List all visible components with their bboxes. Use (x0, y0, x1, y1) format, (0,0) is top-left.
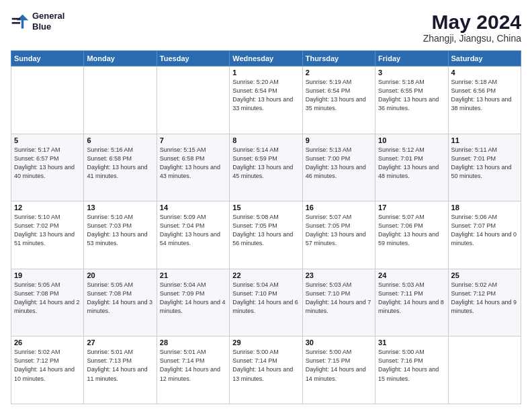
day-number: 20 (87, 271, 153, 279)
svg-rect-3 (12, 21, 20, 24)
calendar-cell: 4Sunrise: 5:18 AM Sunset: 6:56 PM Daylig… (448, 66, 521, 134)
col-header-monday: Monday (84, 51, 157, 66)
day-number: 15 (232, 203, 299, 212)
calendar-cell: 12Sunrise: 5:10 AM Sunset: 7:02 PM Dayli… (11, 201, 84, 269)
calendar-cell: 31Sunrise: 5:00 AM Sunset: 7:16 PM Dayli… (375, 336, 448, 404)
main-title: May 2024 (423, 11, 521, 33)
day-info: Sunrise: 5:04 AM Sunset: 7:10 PM Dayligh… (232, 281, 299, 316)
day-info: Sunrise: 5:10 AM Sunset: 7:02 PM Dayligh… (14, 213, 81, 248)
day-number: 28 (160, 338, 226, 347)
day-number: 10 (378, 136, 445, 144)
calendar-cell: 3Sunrise: 5:18 AM Sunset: 6:55 PM Daylig… (375, 66, 448, 134)
title-block: May 2024 Zhangji, Jiangsu, China (423, 11, 521, 44)
day-info: Sunrise: 5:17 AM Sunset: 6:57 PM Dayligh… (14, 146, 81, 181)
calendar-week-3: 19Sunrise: 5:05 AM Sunset: 7:08 PM Dayli… (11, 269, 521, 336)
day-number: 3 (378, 68, 445, 77)
calendar-cell (157, 66, 229, 134)
day-info: Sunrise: 5:14 AM Sunset: 6:59 PM Dayligh… (232, 146, 299, 181)
col-header-saturday: Saturday (448, 51, 521, 66)
calendar-cell: 2Sunrise: 5:19 AM Sunset: 6:54 PM Daylig… (302, 66, 375, 134)
day-info: Sunrise: 5:08 AM Sunset: 7:05 PM Dayligh… (232, 213, 299, 248)
day-info: Sunrise: 5:10 AM Sunset: 7:03 PM Dayligh… (87, 213, 153, 248)
day-number: 22 (232, 271, 299, 279)
day-info: Sunrise: 5:00 AM Sunset: 7:14 PM Dayligh… (232, 348, 299, 383)
calendar-cell: 29Sunrise: 5:00 AM Sunset: 7:14 PM Dayli… (230, 336, 302, 404)
calendar-cell: 22Sunrise: 5:04 AM Sunset: 7:10 PM Dayli… (230, 269, 302, 336)
calendar-cell: 18Sunrise: 5:06 AM Sunset: 7:07 PM Dayli… (448, 201, 521, 269)
col-header-wednesday: Wednesday (230, 51, 302, 66)
day-info: Sunrise: 5:07 AM Sunset: 7:06 PM Dayligh… (378, 213, 445, 248)
calendar-cell (84, 66, 157, 134)
calendar-cell: 25Sunrise: 5:02 AM Sunset: 7:12 PM Dayli… (448, 269, 521, 336)
day-number: 13 (87, 203, 153, 212)
calendar-week-1: 5Sunrise: 5:17 AM Sunset: 6:57 PM Daylig… (11, 134, 521, 201)
day-number: 1 (232, 68, 299, 77)
day-number: 11 (451, 136, 518, 144)
logo-line2: Blue (32, 21, 64, 32)
day-number: 7 (160, 136, 226, 144)
day-info: Sunrise: 5:06 AM Sunset: 7:07 PM Dayligh… (451, 213, 518, 248)
calendar-cell: 7Sunrise: 5:15 AM Sunset: 6:58 PM Daylig… (157, 134, 229, 201)
calendar-cell: 13Sunrise: 5:10 AM Sunset: 7:03 PM Dayli… (84, 201, 157, 269)
calendar-cell: 5Sunrise: 5:17 AM Sunset: 6:57 PM Daylig… (11, 134, 84, 201)
header: General Blue May 2024 Zhangji, Jiangsu, … (11, 11, 521, 44)
day-number: 14 (160, 203, 226, 212)
calendar-week-4: 26Sunrise: 5:02 AM Sunset: 7:12 PM Dayli… (11, 336, 521, 404)
day-number: 29 (232, 338, 299, 347)
day-info: Sunrise: 5:01 AM Sunset: 7:14 PM Dayligh… (160, 348, 226, 383)
day-number: 12 (14, 203, 81, 212)
subtitle: Zhangji, Jiangsu, China (423, 33, 521, 44)
day-info: Sunrise: 5:12 AM Sunset: 7:01 PM Dayligh… (378, 146, 445, 181)
day-number: 30 (306, 338, 372, 347)
page: General Blue May 2024 Zhangji, Jiangsu, … (0, 0, 532, 411)
day-number: 19 (14, 271, 81, 279)
day-info: Sunrise: 5:02 AM Sunset: 7:12 PM Dayligh… (451, 281, 518, 316)
day-info: Sunrise: 5:03 AM Sunset: 7:10 PM Dayligh… (306, 281, 372, 316)
day-info: Sunrise: 5:13 AM Sunset: 7:00 PM Dayligh… (306, 146, 372, 181)
day-info: Sunrise: 5:05 AM Sunset: 7:08 PM Dayligh… (14, 281, 81, 316)
calendar-cell: 28Sunrise: 5:01 AM Sunset: 7:14 PM Dayli… (157, 336, 229, 404)
calendar-cell: 27Sunrise: 5:01 AM Sunset: 7:13 PM Dayli… (84, 336, 157, 404)
day-info: Sunrise: 5:04 AM Sunset: 7:09 PM Dayligh… (160, 281, 226, 316)
day-info: Sunrise: 5:18 AM Sunset: 6:56 PM Dayligh… (451, 78, 518, 113)
day-number: 31 (378, 338, 445, 347)
logo-icon (11, 12, 30, 31)
day-info: Sunrise: 5:16 AM Sunset: 6:58 PM Dayligh… (87, 146, 153, 181)
day-number: 6 (87, 136, 153, 144)
calendar-cell: 14Sunrise: 5:09 AM Sunset: 7:04 PM Dayli… (157, 201, 229, 269)
day-info: Sunrise: 5:00 AM Sunset: 7:15 PM Dayligh… (306, 348, 372, 383)
day-number: 2 (306, 68, 372, 77)
day-info: Sunrise: 5:03 AM Sunset: 7:11 PM Dayligh… (378, 281, 445, 316)
calendar-cell: 23Sunrise: 5:03 AM Sunset: 7:10 PM Dayli… (302, 269, 375, 336)
calendar-cell: 21Sunrise: 5:04 AM Sunset: 7:09 PM Dayli… (157, 269, 229, 336)
calendar-cell: 15Sunrise: 5:08 AM Sunset: 7:05 PM Dayli… (230, 201, 302, 269)
calendar-cell: 8Sunrise: 5:14 AM Sunset: 6:59 PM Daylig… (230, 134, 302, 201)
day-number: 18 (451, 203, 518, 212)
day-number: 23 (306, 271, 372, 279)
day-number: 9 (306, 136, 372, 144)
calendar-cell: 11Sunrise: 5:11 AM Sunset: 7:01 PM Dayli… (448, 134, 521, 201)
calendar-cell: 17Sunrise: 5:07 AM Sunset: 7:06 PM Dayli… (375, 201, 448, 269)
day-info: Sunrise: 5:05 AM Sunset: 7:08 PM Dayligh… (87, 281, 153, 316)
calendar-cell (11, 66, 84, 134)
day-info: Sunrise: 5:07 AM Sunset: 7:05 PM Dayligh… (306, 213, 372, 248)
day-number: 25 (451, 271, 518, 279)
day-number: 5 (14, 136, 81, 144)
col-header-sunday: Sunday (11, 51, 84, 66)
col-header-thursday: Thursday (302, 51, 375, 66)
day-number: 26 (14, 338, 81, 347)
calendar-header-row: SundayMondayTuesdayWednesdayThursdayFrid… (11, 51, 521, 66)
day-info: Sunrise: 5:01 AM Sunset: 7:13 PM Dayligh… (87, 348, 153, 383)
svg-rect-2 (12, 17, 20, 19)
day-info: Sunrise: 5:02 AM Sunset: 7:12 PM Dayligh… (14, 348, 81, 383)
calendar-week-2: 12Sunrise: 5:10 AM Sunset: 7:02 PM Dayli… (11, 201, 521, 269)
day-info: Sunrise: 5:15 AM Sunset: 6:58 PM Dayligh… (160, 146, 226, 181)
day-number: 4 (451, 68, 518, 77)
calendar-week-0: 1Sunrise: 5:20 AM Sunset: 6:54 PM Daylig… (11, 66, 521, 134)
day-info: Sunrise: 5:00 AM Sunset: 7:16 PM Dayligh… (378, 348, 445, 383)
day-number: 24 (378, 271, 445, 279)
calendar-cell: 30Sunrise: 5:00 AM Sunset: 7:15 PM Dayli… (302, 336, 375, 404)
day-info: Sunrise: 5:09 AM Sunset: 7:04 PM Dayligh… (160, 213, 226, 248)
calendar-cell: 16Sunrise: 5:07 AM Sunset: 7:05 PM Dayli… (302, 201, 375, 269)
calendar-cell: 1Sunrise: 5:20 AM Sunset: 6:54 PM Daylig… (230, 66, 302, 134)
